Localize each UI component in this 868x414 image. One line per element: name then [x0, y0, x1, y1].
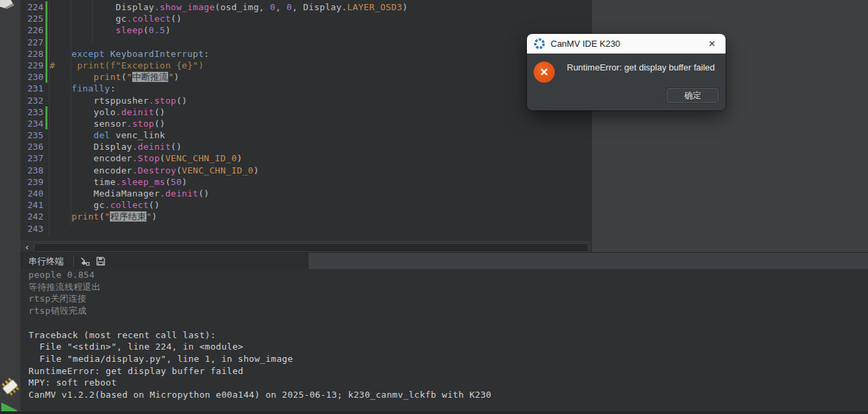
code-editor[interactable]: 224 Display.show_image(osd_img, 0, 0, Di…	[20, 0, 591, 241]
line-number: 224	[20, 1, 45, 13]
code-line: 226 sleep(0.5)	[20, 24, 591, 36]
terminal-output[interactable]: people 0.854等待推流线程退出rtsp关闭连接rtsp销毁完成 Tra…	[20, 269, 868, 411]
code-line: 235 del venc_link	[20, 129, 591, 141]
line-number: 232	[20, 95, 45, 106]
line-number: 225	[20, 13, 45, 24]
code-line: 238 encoder.Destroy(VENC_CHN_ID_0)	[20, 165, 591, 176]
ok-button[interactable]: 确定	[667, 88, 719, 103]
line-number: 234	[20, 118, 45, 129]
code-line: 230 print("中断推流")	[20, 71, 591, 83]
clean-icon[interactable]	[78, 255, 92, 268]
line-number: 226	[20, 24, 45, 36]
terminal-line: Traceback (most recent call last):	[20, 329, 868, 341]
line-number: 227	[20, 37, 45, 48]
canmv-logo-icon	[534, 38, 545, 49]
save-icon[interactable]	[94, 255, 107, 268]
terminal-line: 等待推流线程退出	[20, 281, 868, 293]
bottom-strip	[0, 411, 868, 414]
toolbar-partial-icon	[0, 0, 16, 9]
code-line: 224 Display.show_image(osd_img, 0, 0, Di…	[20, 1, 591, 13]
code-line: 227	[20, 37, 591, 48]
code-line: 241 gc.collect()	[20, 199, 591, 211]
hscrollbar-track[interactable]	[34, 243, 589, 252]
dialog-message: RuntimeError: get display buffer failed	[567, 62, 719, 73]
dialog-body: ✕ RuntimeError: get display buffer faile…	[527, 54, 726, 110]
line-number: 242	[20, 211, 45, 222]
line-number: 237	[20, 152, 45, 164]
code-line: 234 sensor.stop()	[20, 118, 591, 129]
terminal-tabbar: 串行终端	[20, 252, 868, 269]
code-line: 240 MediaManager.deinit()	[20, 188, 591, 199]
terminal-line: rtsp关闭连接	[20, 293, 868, 305]
code-line: 243	[20, 223, 591, 234]
canmv-ide-window: { "dialog": { "title": "CanMV IDE K230",…	[0, 0, 868, 414]
line-number: 235	[20, 129, 45, 141]
terminal-line: RuntimeError: get display buffer failed	[20, 365, 868, 377]
error-icon: ✕	[534, 62, 555, 83]
editor-hscrollbar[interactable]: ‹	[20, 241, 591, 252]
code-line: 233 yolo.deinit()	[20, 106, 591, 118]
code-line: 242 print("程序结束")	[20, 211, 591, 222]
separator	[73, 256, 74, 267]
terminal-line: File "media/display.py", line 1, in show…	[20, 353, 868, 365]
code-line: 239 time.sleep_ms(50)	[20, 176, 591, 188]
connect-chip-icon[interactable]	[1, 376, 20, 399]
terminal-line: people 0.854	[20, 269, 868, 281]
code-line: 228 except KeyboardInterrupt:	[20, 48, 591, 60]
tab-serial-terminal[interactable]: 串行终端	[20, 253, 309, 270]
error-dialog: CanMV IDE K230 ✕ ✕ RuntimeError: get dis…	[527, 34, 726, 110]
code-line: 236 Display.deinit()	[20, 141, 591, 152]
line-number: 240	[20, 188, 45, 199]
terminal-line: CanMV v1.2.2(based on Micropython e00a14…	[20, 389, 868, 401]
code-area: 224 Display.show_image(osd_img, 0, 0, Di…	[20, 1, 591, 234]
code-line: 237 encoder.Stop(VENC_CHN_ID_0)	[20, 152, 591, 164]
line-number: 233	[20, 106, 45, 118]
line-number: 241	[20, 199, 45, 211]
code-line: 232 rtsppusher.stop()	[20, 95, 591, 106]
line-number: 228	[20, 48, 45, 60]
line-number: 238	[20, 165, 45, 176]
terminal-line: rtsp销毁完成	[20, 305, 868, 317]
terminal-line: File "<stdin>", line 224, in <module>	[20, 341, 868, 353]
code-line: 231 finally:	[20, 83, 591, 94]
line-number: 236	[20, 141, 45, 152]
line-number: 230	[20, 71, 45, 83]
code-line: 229# print(f"Exception {e}")	[20, 60, 591, 71]
line-number: 231	[20, 83, 45, 94]
dialog-title: CanMV IDE K230	[551, 39, 620, 49]
left-toolbar	[0, 0, 20, 414]
line-number: 239	[20, 176, 45, 188]
dialog-titlebar[interactable]: CanMV IDE K230 ✕	[527, 34, 726, 54]
tab-serial-terminal-label: 串行终端	[20, 255, 72, 268]
scroll-left-button[interactable]: ‹	[22, 243, 33, 252]
terminal-line	[20, 317, 868, 329]
code-line: 225 gc.collect()	[20, 13, 591, 24]
line-number: 229	[20, 60, 45, 71]
terminal-line: MPY: soft reboot	[20, 377, 868, 389]
close-icon[interactable]: ✕	[707, 39, 717, 49]
line-number: 243	[20, 223, 45, 234]
